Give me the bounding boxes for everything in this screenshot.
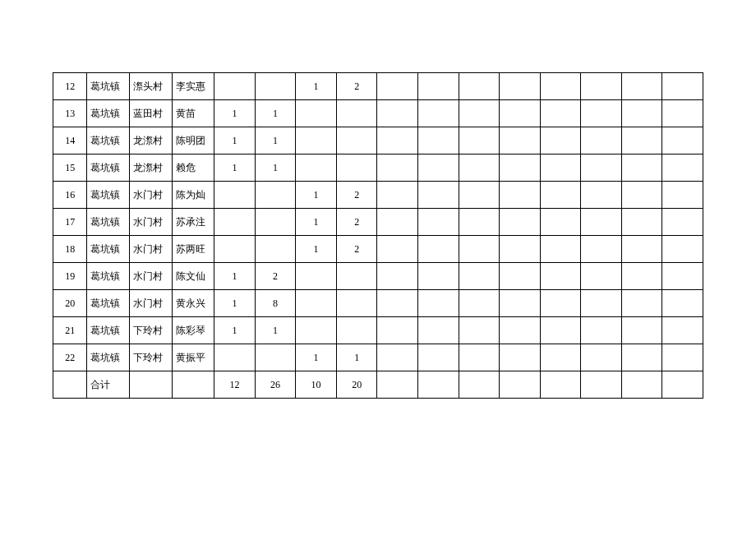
cell-c3: 1 (296, 182, 337, 209)
cell-c6 (417, 317, 459, 344)
cell-c1: 1 (214, 100, 256, 127)
cell-c12 (662, 127, 703, 155)
cell-c8 (500, 182, 541, 209)
cell-c8 (500, 263, 541, 290)
cell-no: 15 (53, 155, 87, 182)
cell-village: 水门村 (129, 182, 172, 209)
table-row: 16葛坑镇水门村陈为灿12 (53, 182, 703, 209)
cell-c12 (662, 344, 703, 371)
cell-c10 (581, 127, 622, 155)
cell-town: 葛坑镇 (87, 290, 130, 317)
cell-c4 (336, 100, 377, 127)
cell-c2: 1 (255, 155, 296, 182)
cell-c10 (581, 371, 622, 399)
cell-c9 (540, 155, 581, 182)
table-row: 19葛坑镇水门村陈文仙12 (53, 263, 703, 290)
cell-c11 (621, 182, 662, 209)
cell-no (53, 371, 87, 399)
cell-c7 (459, 344, 500, 371)
cell-c4 (336, 127, 377, 155)
cell-c4: 2 (336, 182, 377, 209)
cell-c2 (255, 73, 296, 100)
cell-c2: 26 (255, 371, 296, 399)
cell-c6 (417, 155, 459, 182)
cell-c12 (662, 263, 703, 290)
cell-c6 (417, 127, 459, 155)
cell-c5 (377, 155, 418, 182)
cell-c3: 1 (296, 344, 337, 371)
cell-town: 葛坑镇 (87, 236, 130, 263)
cell-no: 12 (53, 73, 87, 100)
cell-c9 (540, 100, 581, 127)
cell-c1: 1 (214, 317, 256, 344)
cell-c1 (214, 236, 256, 263)
cell-c11 (621, 263, 662, 290)
cell-name: 陈为灿 (172, 182, 214, 209)
cell-c3 (296, 155, 337, 182)
cell-c4 (336, 263, 377, 290)
cell-c10 (581, 317, 622, 344)
cell-c1: 1 (214, 127, 256, 155)
cell-c4 (336, 317, 377, 344)
cell-c9 (540, 371, 581, 399)
cell-c9 (540, 344, 581, 371)
cell-c2: 2 (255, 263, 296, 290)
cell-c7 (459, 73, 500, 100)
cell-c6 (417, 73, 459, 100)
cell-no: 14 (53, 127, 87, 155)
cell-c6 (417, 100, 459, 127)
cell-c5 (377, 317, 418, 344)
cell-c4: 1 (336, 344, 377, 371)
cell-c5 (377, 236, 418, 263)
cell-c7 (459, 236, 500, 263)
cell-village: 水门村 (129, 263, 172, 290)
total-row: 合计12261020 (53, 371, 703, 399)
cell-c9 (540, 236, 581, 263)
cell-c1 (214, 344, 256, 371)
table-row: 14葛坑镇龙漈村陈明团11 (53, 127, 703, 155)
cell-c9 (540, 182, 581, 209)
cell-c1: 1 (214, 290, 256, 317)
table-row: 21葛坑镇下玲村陈彩琴11 (53, 317, 703, 344)
cell-c11 (621, 73, 662, 100)
cell-c10 (581, 263, 622, 290)
cell-c8 (500, 155, 541, 182)
cell-c12 (662, 209, 703, 236)
cell-c12 (662, 73, 703, 100)
cell-c5 (377, 100, 418, 127)
cell-name: 赖危 (172, 155, 214, 182)
cell-c11 (621, 209, 662, 236)
cell-c2 (255, 209, 296, 236)
cell-c7 (459, 209, 500, 236)
cell-name: 陈彩琴 (172, 317, 214, 344)
cell-no: 21 (53, 317, 87, 344)
cell-c2: 1 (255, 100, 296, 127)
cell-town: 葛坑镇 (87, 317, 130, 344)
cell-c8 (500, 317, 541, 344)
cell-c11 (621, 236, 662, 263)
cell-c6 (417, 236, 459, 263)
data-table: 12葛坑镇漈头村李实惠1213葛坑镇蓝田村黄苗1114葛坑镇龙漈村陈明团1115… (53, 72, 703, 399)
cell-c11 (621, 317, 662, 344)
cell-c7 (459, 155, 500, 182)
cell-c8 (500, 73, 541, 100)
cell-c6 (417, 371, 459, 399)
cell-c4: 2 (336, 236, 377, 263)
cell-c11 (621, 344, 662, 371)
cell-town: 葛坑镇 (87, 127, 130, 155)
cell-c5 (377, 73, 418, 100)
table-row: 15葛坑镇龙漈村赖危11 (53, 155, 703, 182)
cell-c8 (500, 127, 541, 155)
cell-c6 (417, 182, 459, 209)
cell-name: 陈文仙 (172, 263, 214, 290)
table-row: 18葛坑镇水门村苏两旺12 (53, 236, 703, 263)
cell-c2 (255, 182, 296, 209)
cell-no: 22 (53, 344, 87, 371)
cell-c5 (377, 263, 418, 290)
cell-c9 (540, 209, 581, 236)
cell-c8 (500, 236, 541, 263)
cell-c12 (662, 155, 703, 182)
cell-village: 蓝田村 (129, 100, 172, 127)
cell-c11 (621, 155, 662, 182)
cell-c7 (459, 182, 500, 209)
